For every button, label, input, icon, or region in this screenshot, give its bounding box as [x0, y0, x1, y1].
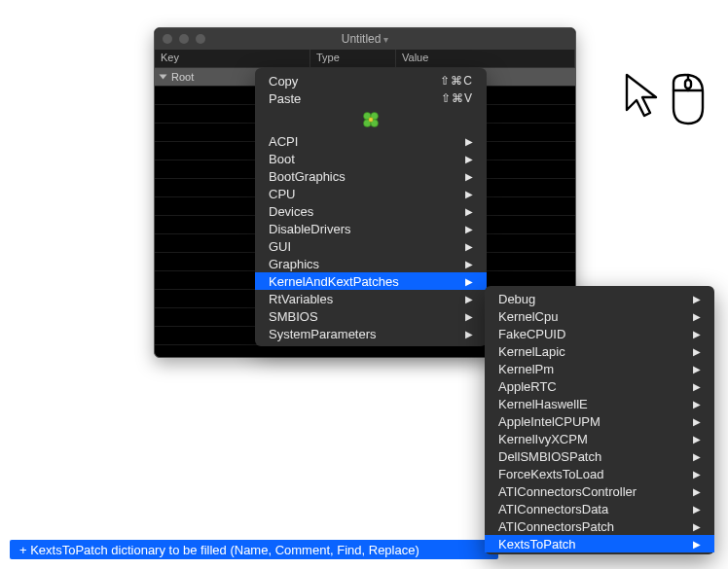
submenu-arrow-icon: ▶ — [465, 136, 473, 147]
menu-item[interactable]: KernelAndKextPatches▶ — [255, 272, 487, 290]
submenu-arrow-icon: ▶ — [465, 311, 473, 322]
menu-label: KernelPm — [498, 362, 554, 376]
menu-copy[interactable]: Copy ⇧⌘C — [255, 72, 487, 89]
submenu-item[interactable]: ForceKextsToLoad▶ — [485, 465, 714, 482]
menu-item[interactable]: SystemParameters▶ — [255, 325, 487, 342]
submenu-item[interactable]: ATIConnectorsPatch▶ — [485, 517, 714, 535]
submenu-arrow-icon: ▶ — [693, 346, 701, 357]
menu-label: AppleIntelCPUPM — [498, 414, 601, 429]
menu-label: SMBIOS — [269, 309, 318, 324]
menu-label: KernelCpu — [498, 309, 558, 324]
submenu-arrow-icon: ▶ — [693, 434, 701, 445]
menu-label: KernelLapic — [498, 344, 565, 359]
menu-label: GUI — [269, 239, 291, 254]
submenu-arrow-icon: ▶ — [465, 294, 473, 304]
submenu-arrow-icon: ▶ — [465, 241, 473, 252]
submenu-arrow-icon: ▶ — [465, 189, 473, 199]
submenu-arrow-icon: ▶ — [693, 381, 701, 392]
disclosure-icon[interactable] — [160, 75, 167, 80]
menu-label: ATIConnectorsController — [498, 484, 637, 499]
window-title[interactable]: Untitled — [155, 32, 575, 46]
status-text: + KextsToPatch dictionary to be filled (… — [19, 543, 419, 557]
menu-label: FakeCPUID — [498, 327, 565, 341]
submenu-arrow-icon: ▶ — [465, 206, 473, 217]
submenu-arrow-icon: ▶ — [693, 311, 701, 322]
menu-label: KextsToPatch — [498, 537, 576, 551]
submenu-arrow-icon: ▶ — [693, 521, 701, 532]
submenu-item[interactable]: ATIConnectorsData▶ — [485, 500, 714, 517]
submenu-arrow-icon: ▶ — [465, 171, 473, 182]
table-headers: Key Type Value — [155, 50, 575, 68]
clover-icon — [255, 107, 487, 132]
menu-item[interactable]: CPU▶ — [255, 185, 487, 202]
submenu-arrow-icon: ▶ — [465, 276, 473, 287]
menu-label: SystemParameters — [269, 327, 377, 341]
cursor-mouse-icon — [621, 71, 709, 129]
submenu-arrow-icon: ▶ — [465, 224, 473, 234]
menu-label: Copy — [269, 74, 298, 89]
menu-item[interactable]: GUI▶ — [255, 237, 487, 255]
submenu-arrow-icon: ▶ — [693, 451, 701, 462]
menu-shortcut: ⇧⌘V — [441, 91, 473, 105]
submenu-arrow-icon: ▶ — [693, 329, 701, 339]
submenu-arrow-icon: ▶ — [693, 469, 701, 480]
menu-label: Debug — [498, 292, 535, 306]
submenu-item[interactable]: AppleRTC▶ — [485, 377, 714, 395]
submenu-item[interactable]: KernelHaswellE▶ — [485, 395, 714, 412]
header-value[interactable]: Value — [396, 50, 575, 67]
submenu-item[interactable]: KernelPm▶ — [485, 360, 714, 377]
menu-label: ATIConnectorsPatch — [498, 519, 614, 534]
menu-item[interactable]: Boot▶ — [255, 150, 487, 167]
menu-shortcut: ⇧⌘C — [440, 74, 473, 88]
row-key: Root — [171, 71, 194, 83]
menu-item[interactable]: DisableDrivers▶ — [255, 220, 487, 237]
header-key[interactable]: Key — [155, 50, 310, 67]
menu-label: AppleRTC — [498, 379, 557, 394]
menu-label: KernelAndKextPatches — [269, 274, 399, 289]
submenu-arrow-icon: ▶ — [693, 294, 701, 304]
menu-label: Paste — [269, 91, 301, 106]
titlebar: Untitled — [155, 28, 575, 50]
svg-rect-5 — [685, 80, 691, 89]
menu-item[interactable]: Graphics▶ — [255, 255, 487, 272]
status-bar: + KextsToPatch dictionary to be filled (… — [10, 540, 498, 559]
menu-label: RtVariables — [269, 292, 333, 306]
submenu-arrow-icon: ▶ — [693, 486, 701, 497]
context-menu: Copy ⇧⌘C Paste ⇧⌘V ACPI▶Boot▶BootGraphic… — [255, 68, 487, 346]
menu-paste[interactable]: Paste ⇧⌘V — [255, 89, 487, 107]
submenu-arrow-icon: ▶ — [693, 364, 701, 374]
submenu-item[interactable]: ATIConnectorsController▶ — [485, 482, 714, 500]
menu-item[interactable]: ACPI▶ — [255, 132, 487, 150]
menu-label: ForceKextsToLoad — [498, 467, 603, 481]
svg-point-4 — [369, 118, 373, 122]
menu-item[interactable]: SMBIOS▶ — [255, 307, 487, 325]
submenu-item[interactable]: FakeCPUID▶ — [485, 325, 714, 342]
submenu-arrow-icon: ▶ — [693, 504, 701, 515]
menu-label: Graphics — [269, 257, 319, 271]
menu-label: DellSMBIOSPatch — [498, 449, 601, 464]
submenu-item[interactable]: KernelCpu▶ — [485, 307, 714, 325]
menu-label: DisableDrivers — [269, 222, 351, 236]
menu-label: Boot — [269, 152, 295, 166]
submenu-arrow-icon: ▶ — [693, 416, 701, 427]
submenu-item[interactable]: Debug▶ — [485, 290, 714, 307]
header-type[interactable]: Type — [310, 50, 396, 67]
submenu-item[interactable]: KernelIvyXCPM▶ — [485, 430, 714, 447]
submenu-arrow-icon: ▶ — [693, 539, 701, 550]
submenu-arrow-icon: ▶ — [465, 259, 473, 269]
menu-label: ACPI — [269, 134, 298, 149]
menu-label: BootGraphics — [269, 169, 346, 184]
submenu-item[interactable]: DellSMBIOSPatch▶ — [485, 447, 714, 465]
menu-label: KernelHaswellE — [498, 397, 588, 411]
menu-label: CPU — [269, 187, 295, 201]
submenu-arrow-icon: ▶ — [465, 329, 473, 339]
menu-item[interactable]: Devices▶ — [255, 202, 487, 220]
context-submenu: Debug▶KernelCpu▶FakeCPUID▶KernelLapic▶Ke… — [485, 286, 714, 554]
menu-item[interactable]: RtVariables▶ — [255, 290, 487, 307]
submenu-arrow-icon: ▶ — [465, 154, 473, 164]
menu-label: KernelIvyXCPM — [498, 432, 588, 446]
submenu-item[interactable]: KextsToPatch▶ — [485, 535, 714, 552]
menu-item[interactable]: BootGraphics▶ — [255, 167, 487, 185]
submenu-item[interactable]: KernelLapic▶ — [485, 342, 714, 360]
submenu-item[interactable]: AppleIntelCPUPM▶ — [485, 412, 714, 430]
